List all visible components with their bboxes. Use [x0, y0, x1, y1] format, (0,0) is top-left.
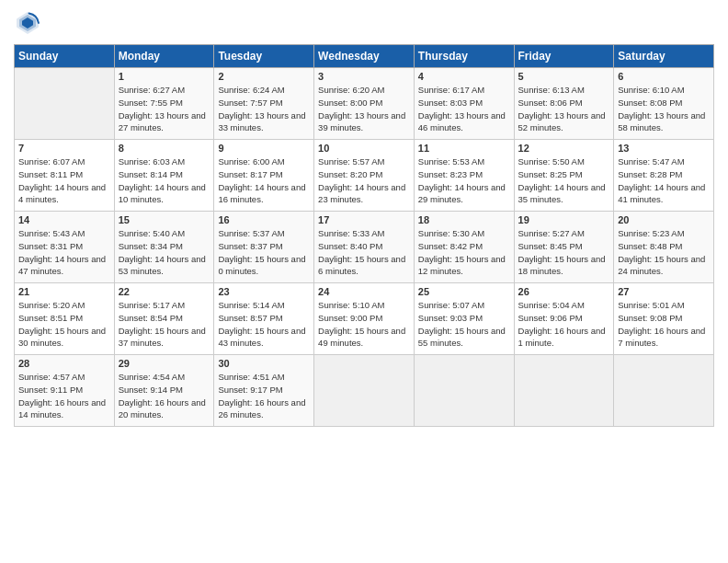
cell-info: Sunrise: 5:17 AMSunset: 8:54 PMDaylight:…: [119, 299, 210, 350]
sunrise-text: Sunrise: 5:01 AM: [618, 300, 684, 310]
daylight-text: Daylight: 16 hours and 26 minutes.: [218, 397, 305, 420]
sunset-text: Sunset: 9:14 PM: [119, 385, 183, 395]
sunrise-text: Sunrise: 5:50 AM: [518, 156, 585, 167]
calendar-cell: 11Sunrise: 5:53 AMSunset: 8:23 PMDayligh…: [414, 140, 514, 212]
day-number: 26: [518, 286, 610, 297]
cell-info: Sunrise: 4:57 AMSunset: 9:11 PMDaylight:…: [18, 371, 110, 421]
cell-info: Sunrise: 5:10 AMSunset: 9:00 PMDaylight:…: [318, 299, 410, 350]
sunrise-text: Sunrise: 4:51 AM: [218, 372, 284, 382]
calendar-cell: 28Sunrise: 4:57 AMSunset: 9:11 PMDayligh…: [15, 355, 115, 427]
sunrise-text: Sunrise: 5:23 AM: [618, 228, 684, 238]
sunset-text: Sunset: 8:20 PM: [318, 169, 382, 179]
cell-info: Sunrise: 6:03 AMSunset: 8:14 PMDaylight:…: [119, 155, 210, 206]
calendar-cell: 9Sunrise: 6:00 AMSunset: 8:17 PMDaylight…: [214, 140, 314, 212]
day-number: 13: [618, 143, 710, 154]
calendar-week-row: 28Sunrise: 4:57 AMSunset: 9:11 PMDayligh…: [15, 355, 714, 427]
daylight-text: Daylight: 13 hours and 52 minutes.: [518, 110, 606, 133]
calendar-cell: 20Sunrise: 5:23 AMSunset: 8:48 PMDayligh…: [614, 212, 714, 283]
calendar-cell: 1Sunrise: 6:27 AMSunset: 7:55 PMDaylight…: [114, 68, 214, 140]
day-number: 10: [318, 143, 410, 154]
sunrise-text: Sunrise: 5:57 AM: [318, 156, 384, 167]
calendar-cell: 16Sunrise: 5:37 AMSunset: 8:37 PMDayligh…: [214, 212, 314, 283]
sunset-text: Sunset: 8:54 PM: [119, 313, 183, 323]
day-of-week-header: Sunday: [15, 45, 115, 68]
page-container: SundayMondayTuesdayWednesdayThursdayFrid…: [0, 0, 728, 436]
day-number: 3: [318, 71, 410, 82]
day-number: 18: [418, 214, 510, 225]
day-number: 22: [119, 286, 210, 297]
day-number: 20: [618, 214, 710, 225]
sunrise-text: Sunrise: 5:47 AM: [618, 156, 684, 167]
sunset-text: Sunset: 8:42 PM: [418, 241, 483, 251]
sunrise-text: Sunrise: 5:37 AM: [218, 228, 284, 238]
day-number: 28: [18, 358, 110, 369]
calendar-cell: 21Sunrise: 5:20 AMSunset: 8:51 PMDayligh…: [15, 283, 115, 355]
cell-info: Sunrise: 5:04 AMSunset: 9:06 PMDaylight:…: [518, 299, 610, 350]
day-number: 25: [418, 286, 510, 297]
calendar-cell: 24Sunrise: 5:10 AMSunset: 9:00 PMDayligh…: [314, 283, 415, 355]
cell-info: Sunrise: 5:57 AMSunset: 8:20 PMDaylight:…: [318, 155, 410, 206]
sunrise-text: Sunrise: 6:00 AM: [218, 156, 284, 167]
daylight-text: Daylight: 14 hours and 23 minutes.: [318, 182, 405, 205]
calendar-cell: 3Sunrise: 6:20 AMSunset: 8:00 PMDaylight…: [314, 68, 415, 140]
day-of-week-header: Friday: [514, 45, 614, 68]
cell-info: Sunrise: 6:27 AMSunset: 7:55 PMDaylight:…: [119, 84, 210, 134]
calendar-cell: 10Sunrise: 5:57 AMSunset: 8:20 PMDayligh…: [314, 140, 415, 212]
day-number: 15: [119, 214, 210, 225]
day-number: 2: [218, 71, 310, 82]
daylight-text: Daylight: 16 hours and 20 minutes.: [119, 397, 206, 420]
daylight-text: Daylight: 15 hours and 49 minutes.: [318, 326, 405, 349]
sunset-text: Sunset: 7:55 PM: [119, 98, 183, 108]
daylight-text: Daylight: 15 hours and 6 minutes.: [318, 254, 405, 277]
day-number: 1: [119, 71, 210, 82]
daylight-text: Daylight: 15 hours and 55 minutes.: [418, 326, 506, 349]
sunset-text: Sunset: 8:00 PM: [318, 98, 382, 108]
daylight-text: Daylight: 14 hours and 35 minutes.: [518, 182, 606, 205]
daylight-text: Daylight: 15 hours and 43 minutes.: [218, 326, 305, 349]
calendar-cell: 26Sunrise: 5:04 AMSunset: 9:06 PMDayligh…: [514, 283, 614, 355]
calendar-body: 1Sunrise: 6:27 AMSunset: 7:55 PMDaylight…: [15, 68, 714, 427]
sunset-text: Sunset: 8:06 PM: [518, 98, 583, 108]
sunset-text: Sunset: 9:06 PM: [518, 313, 583, 323]
day-number: 17: [318, 214, 410, 225]
cell-info: Sunrise: 5:14 AMSunset: 8:57 PMDaylight:…: [218, 299, 310, 350]
sunrise-text: Sunrise: 5:20 AM: [18, 300, 85, 310]
sunset-text: Sunset: 8:17 PM: [218, 169, 282, 179]
day-number: 5: [518, 71, 610, 82]
sunrise-text: Sunrise: 6:10 AM: [618, 85, 684, 95]
day-number: 27: [618, 286, 710, 297]
sunset-text: Sunset: 9:11 PM: [18, 385, 83, 395]
calendar-week-row: 14Sunrise: 5:43 AMSunset: 8:31 PMDayligh…: [15, 212, 714, 283]
sunrise-text: Sunrise: 5:14 AM: [218, 300, 284, 310]
sunset-text: Sunset: 8:45 PM: [518, 241, 583, 251]
sunset-text: Sunset: 8:31 PM: [18, 241, 83, 251]
daylight-text: Daylight: 14 hours and 10 minutes.: [119, 182, 206, 205]
daylight-text: Daylight: 16 hours and 14 minutes.: [18, 397, 106, 420]
page-header: [14, 9, 714, 37]
sunrise-text: Sunrise: 6:13 AM: [518, 85, 585, 95]
cell-info: Sunrise: 5:30 AMSunset: 8:42 PMDaylight:…: [418, 227, 510, 278]
day-number: 21: [18, 286, 110, 297]
sunrise-text: Sunrise: 5:40 AM: [119, 228, 185, 238]
daylight-text: Daylight: 13 hours and 46 minutes.: [418, 110, 506, 133]
sunrise-text: Sunrise: 5:07 AM: [418, 300, 484, 310]
cell-info: Sunrise: 4:54 AMSunset: 9:14 PMDaylight:…: [119, 371, 210, 421]
calendar-cell: 30Sunrise: 4:51 AMSunset: 9:17 PMDayligh…: [214, 355, 314, 427]
sunrise-text: Sunrise: 6:17 AM: [418, 85, 484, 95]
daylight-text: Daylight: 13 hours and 33 minutes.: [218, 110, 305, 133]
calendar-week-row: 7Sunrise: 6:07 AMSunset: 8:11 PMDaylight…: [15, 140, 714, 212]
day-of-week-header: Tuesday: [214, 45, 314, 68]
sunset-text: Sunset: 8:48 PM: [618, 241, 682, 251]
sunrise-text: Sunrise: 5:27 AM: [518, 228, 585, 238]
calendar-week-row: 21Sunrise: 5:20 AMSunset: 8:51 PMDayligh…: [15, 283, 714, 355]
day-number: 29: [119, 358, 210, 369]
cell-info: Sunrise: 5:01 AMSunset: 9:08 PMDaylight:…: [618, 299, 710, 350]
calendar-cell: 15Sunrise: 5:40 AMSunset: 8:34 PMDayligh…: [114, 212, 214, 283]
calendar-cell: 6Sunrise: 6:10 AMSunset: 8:08 PMDaylight…: [614, 68, 714, 140]
sunset-text: Sunset: 8:14 PM: [119, 169, 183, 179]
cell-info: Sunrise: 6:07 AMSunset: 8:11 PMDaylight:…: [18, 155, 110, 206]
sunset-text: Sunset: 8:28 PM: [618, 169, 682, 179]
calendar-cell: 18Sunrise: 5:30 AMSunset: 8:42 PMDayligh…: [414, 212, 514, 283]
calendar-table: SundayMondayTuesdayWednesdayThursdayFrid…: [14, 44, 714, 427]
cell-info: Sunrise: 6:17 AMSunset: 8:03 PMDaylight:…: [418, 84, 510, 134]
